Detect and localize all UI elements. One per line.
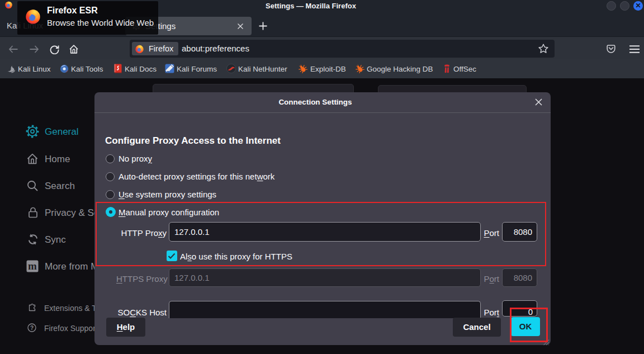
svg-text:?: ? <box>30 325 34 331</box>
svg-text:m: m <box>28 260 37 272</box>
